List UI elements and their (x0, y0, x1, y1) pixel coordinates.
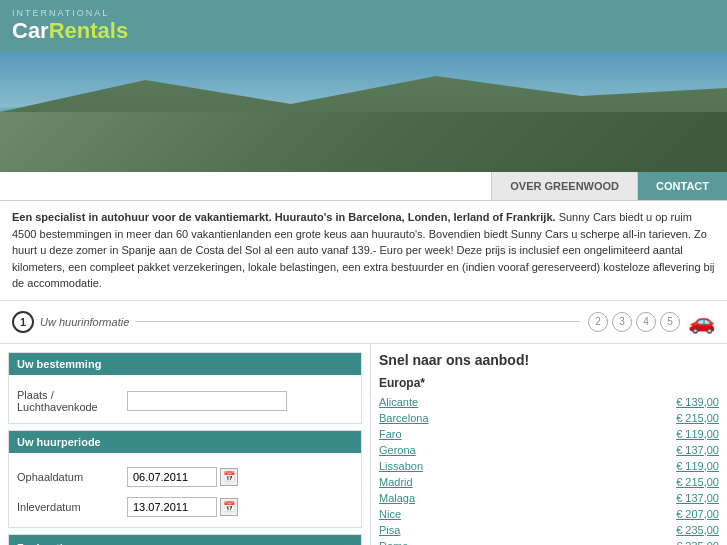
deal-row: Alicante€ 139,00 (379, 394, 719, 410)
nav-contact[interactable]: CONTACT (637, 172, 727, 200)
nav-over-greenwood[interactable]: OVER GREENWOOD (491, 172, 637, 200)
deal-city[interactable]: Madrid (379, 476, 413, 488)
step-car-icon: 🚗 (688, 309, 715, 335)
deal-price[interactable]: € 207,00 (676, 508, 719, 520)
step-4-circle: 4 (636, 312, 656, 332)
deal-city[interactable]: Gerona (379, 444, 416, 456)
ophaaldatum-wrap: 📅 (127, 467, 238, 487)
deal-city[interactable]: Nice (379, 508, 401, 520)
inleverdatum-row: Inleverdatum 📅 (9, 493, 361, 521)
deal-city[interactable]: Barcelona (379, 412, 429, 424)
intro-bold: Een specialist in autohuur voor de vakan… (12, 211, 556, 223)
deal-city[interactable]: Faro (379, 428, 402, 440)
huurperiode-header: Uw huurperiode (9, 431, 361, 453)
deal-price[interactable]: € 137,00 (676, 492, 719, 504)
deal-price[interactable]: € 119,00 (676, 428, 719, 440)
deal-row: Pisa€ 235,00 (379, 522, 719, 538)
intro-section: Een specialist in autohuur voor de vakan… (0, 201, 727, 301)
ophaaldatum-label: Ophaaldatum (17, 471, 127, 483)
header: INTERNATIONAL Car Rentals (0, 0, 727, 52)
deals-list: Alicante€ 139,00Barcelona€ 215,00Faro€ 1… (379, 394, 719, 546)
main-content: Uw bestemming Plaats / Luchthavenkode Uw… (0, 344, 727, 546)
step-1-circle: 1 (12, 311, 34, 333)
deal-row: Nice€ 207,00 (379, 506, 719, 522)
deal-row: Lissabon€ 119,00 (379, 458, 719, 474)
deal-city[interactable]: Malaga (379, 492, 415, 504)
logo: INTERNATIONAL Car Rentals (12, 8, 128, 44)
deals-title: Snel naar ons aanbod! (379, 352, 719, 368)
huurperiode-inner: Ophaaldatum 📅 Inleverdatum 📅 (9, 459, 361, 527)
inleverdatum-wrap: 📅 (127, 497, 238, 517)
deal-price[interactable]: € 119,00 (676, 460, 719, 472)
inleverdatum-label: Inleverdatum (17, 501, 127, 513)
deal-price[interactable]: € 139,00 (676, 396, 719, 408)
logo-car: Car (12, 18, 49, 44)
zoekopties-collapse-icon[interactable]: ▲ (339, 540, 353, 546)
bestemming-inner: Plaats / Luchthavenkode (9, 381, 361, 423)
europa-title: Europa* (379, 376, 719, 390)
plaats-row: Plaats / Luchthavenkode (9, 385, 361, 417)
deal-city[interactable]: Alicante (379, 396, 418, 408)
steps-bar: 1 Uw huurinformatie 2 3 4 5 🚗 (0, 301, 727, 344)
step-2-circle: 2 (588, 312, 608, 332)
ophaaldatum-input[interactable] (127, 467, 217, 487)
deal-row: Rome€ 235,00 (379, 538, 719, 546)
plaats-input[interactable] (127, 391, 287, 411)
zoekopties-section: Zoekopties ▲ Kenmerken Airconditioning A… (8, 534, 362, 546)
inleverdatum-calendar-icon[interactable]: 📅 (220, 498, 238, 516)
step-5-circle: 5 (660, 312, 680, 332)
ophaaldatum-calendar-icon[interactable]: 📅 (220, 468, 238, 486)
step-1-label: Uw huurinformatie (40, 316, 129, 328)
deal-city[interactable]: Pisa (379, 524, 400, 536)
deal-price[interactable]: € 235,00 (676, 540, 719, 546)
step-line (135, 321, 580, 322)
zoekopties-header: Zoekopties ▲ (9, 535, 361, 546)
deal-row: Faro€ 119,00 (379, 426, 719, 442)
logo-top-text: INTERNATIONAL (12, 8, 128, 18)
step-3-circle: 3 (612, 312, 632, 332)
logo-rentals: Rentals (49, 18, 128, 44)
inleverdatum-input[interactable] (127, 497, 217, 517)
deal-row: Barcelona€ 215,00 (379, 410, 719, 426)
deal-price[interactable]: € 215,00 (676, 476, 719, 488)
deal-row: Madrid€ 215,00 (379, 474, 719, 490)
plaats-label: Plaats / Luchthavenkode (17, 389, 127, 413)
hero-image (0, 52, 727, 172)
deal-city[interactable]: Rome (379, 540, 408, 546)
deal-price[interactable]: € 137,00 (676, 444, 719, 456)
huurperiode-section: Uw huurperiode Ophaaldatum 📅 Inleverdatu… (8, 430, 362, 528)
left-panel: Uw bestemming Plaats / Luchthavenkode Uw… (0, 344, 370, 546)
deal-city[interactable]: Lissabon (379, 460, 423, 472)
deal-price[interactable]: € 215,00 (676, 412, 719, 424)
deal-price[interactable]: € 235,00 (676, 524, 719, 536)
right-panel: Snel naar ons aanbod! Europa* Alicante€ … (370, 344, 727, 546)
bestemming-header: Uw bestemming (9, 353, 361, 375)
ophaaldatum-row: Ophaaldatum 📅 (9, 463, 361, 491)
deal-row: Malaga€ 137,00 (379, 490, 719, 506)
deal-row: Gerona€ 137,00 (379, 442, 719, 458)
nav-bar: OVER GREENWOOD CONTACT (0, 172, 727, 201)
bestemming-section: Uw bestemming Plaats / Luchthavenkode (8, 352, 362, 424)
